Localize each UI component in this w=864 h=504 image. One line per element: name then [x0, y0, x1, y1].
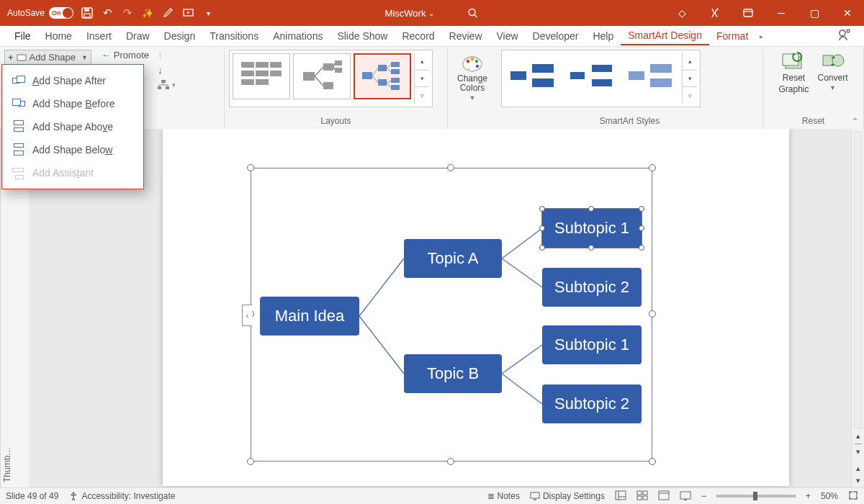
scroll-up-icon[interactable]: ▴ — [856, 431, 860, 441]
smartart-frame[interactable]: ‹ Main Idea Topic A Topic B — [251, 168, 652, 462]
scroll-up-icon[interactable]: ▴ — [415, 53, 429, 71]
menu-add-shape-below[interactable]: Add Shape Below — [2, 138, 143, 161]
layout-thumb-1[interactable] — [233, 53, 290, 99]
style-thumb-1[interactable] — [505, 53, 561, 99]
layout-gallery[interactable]: ▴ ▾ ▿ — [229, 50, 433, 107]
coming-soon-icon[interactable] — [698, 0, 732, 26]
autosave-toggle[interactable]: AutoSave On — [7, 7, 73, 19]
magic-icon[interactable]: ✨ — [141, 6, 154, 19]
style-gallery[interactable]: ▴ ▾ ▿ — [501, 50, 701, 107]
node-handle[interactable] — [639, 225, 644, 231]
node-handle[interactable] — [588, 206, 594, 212]
fit-to-window-icon[interactable] — [848, 490, 858, 503]
view-reading-icon[interactable] — [658, 490, 670, 503]
slide-counter[interactable]: Slide 49 of 49 — [6, 491, 58, 501]
minimize-icon[interactable]: ─ — [765, 0, 798, 26]
close-icon[interactable]: ✕ — [831, 0, 864, 26]
node-handle[interactable] — [539, 206, 545, 212]
tab-animations[interactable]: Animations — [266, 27, 330, 45]
node-handle[interactable] — [539, 245, 545, 251]
tab-review[interactable]: Review — [442, 27, 490, 45]
node-subtopic-1a[interactable]: Subtopic 1 — [542, 209, 642, 248]
eyedropper-icon[interactable] — [161, 6, 174, 19]
save-icon[interactable] — [81, 6, 94, 19]
layout-thumb-3[interactable] — [354, 53, 411, 99]
view-normal-icon[interactable] — [615, 490, 626, 503]
zoom-level[interactable]: 50% — [821, 491, 838, 501]
text-pane-toggle[interactable]: ‹ — [242, 305, 252, 326]
node-topic-b[interactable]: Topic B — [404, 354, 502, 393]
maximize-icon[interactable]: ▢ — [798, 0, 831, 26]
add-shape-button[interactable]: + Add Shape ▼ — [4, 50, 91, 65]
view-sorter-icon[interactable] — [636, 490, 648, 503]
tab-developer[interactable]: Developer — [526, 27, 586, 45]
tab-help[interactable]: Help — [585, 27, 621, 45]
layout-thumb-2[interactable] — [293, 53, 351, 99]
tab-view[interactable]: View — [490, 27, 526, 45]
node-handle[interactable] — [639, 206, 644, 212]
style-gallery-scroll[interactable]: ▴ ▾ ▿ — [682, 53, 697, 104]
menu-add-shape-before[interactable]: Add Shape Before — [2, 92, 143, 115]
next-slide-icon[interactable]: ▾ — [856, 476, 860, 485]
style-thumb-3[interactable] — [623, 53, 679, 99]
zoom-slider-thumb[interactable] — [753, 492, 757, 500]
scroll-up-icon[interactable]: ▴ — [683, 53, 697, 71]
node-handle[interactable] — [539, 225, 545, 231]
node-main-idea[interactable]: Main Idea — [260, 297, 359, 336]
node-subtopic-1b[interactable]: Subtopic 1 — [542, 325, 642, 364]
qat-overflow-icon[interactable]: ▾ — [202, 6, 215, 19]
scroll-down-icon[interactable]: ▾ — [683, 71, 697, 88]
tab-draw[interactable]: Draw — [119, 27, 157, 45]
layout-gallery-scroll[interactable]: ▴ ▾ ▿ — [414, 53, 429, 104]
zoom-in-button[interactable]: + — [806, 491, 811, 501]
ribbon-collapse-icon[interactable]: ⌃ — [852, 117, 858, 126]
tab-home[interactable]: Home — [38, 27, 79, 45]
move-down-button[interactable]: ↓ — [158, 65, 176, 76]
present-icon[interactable] — [181, 6, 194, 19]
tab-design[interactable]: Design — [157, 27, 203, 45]
tab-insert[interactable]: Insert — [79, 27, 119, 45]
display-settings-button[interactable]: Display Settings — [530, 491, 605, 501]
prev-slide-icon[interactable]: ▴ — [856, 464, 860, 473]
notes-button[interactable]: ≣ Notes — [487, 491, 520, 501]
vertical-scrollbar[interactable]: ▴ ▾ ▴ ▾ — [851, 129, 864, 488]
slide-canvas[interactable]: ⟳ ‹ — [29, 129, 851, 488]
style-thumb-2[interactable] — [564, 53, 620, 99]
node-subtopic-2b[interactable]: Subtopic 2 — [542, 384, 642, 423]
menu-add-shape-above[interactable]: Add Shape Above — [2, 115, 143, 138]
tab-file[interactable]: File — [7, 27, 38, 45]
scroll-down-icon[interactable]: ▾ — [415, 71, 429, 88]
node-handle[interactable] — [588, 245, 594, 251]
scroll-down-icon[interactable]: ▾ — [856, 447, 860, 456]
tab-scroll-icon[interactable]: ▸ — [760, 32, 763, 40]
accessibility-status[interactable]: Accessibility: Investigate — [68, 491, 175, 501]
view-slideshow-icon[interactable] — [680, 490, 691, 503]
share-icon[interactable] — [837, 27, 851, 45]
scroll-expand-icon[interactable]: ▿ — [415, 87, 429, 104]
redo-icon[interactable]: ↷ — [121, 6, 134, 19]
zoom-slider[interactable] — [716, 495, 796, 498]
node-subtopic-2a[interactable]: Subtopic 2 — [542, 268, 642, 307]
tab-smartart-design[interactable]: SmartArt Design — [621, 27, 709, 45]
convert-button[interactable]: Convert ▼ — [818, 51, 848, 94]
move-up-button[interactable]: ↑ — [158, 50, 176, 60]
document-title[interactable]: MiscWork ⌄ — [385, 6, 480, 19]
reset-graphic-button[interactable]: Reset Graphic — [778, 51, 809, 94]
diamond-icon[interactable]: ◇ — [665, 0, 698, 26]
search-icon[interactable] — [466, 6, 479, 19]
promote-button[interactable]: ← Promote — [102, 50, 149, 60]
tab-format[interactable]: Format — [709, 27, 755, 45]
tab-slideshow[interactable]: Slide Show — [330, 27, 395, 45]
menu-add-shape-after[interactable]: Add Shape After — [2, 69, 143, 92]
node-topic-a[interactable]: Topic A — [404, 239, 502, 278]
change-colors-button[interactable]: Change Colors ▼ — [452, 51, 492, 102]
undo-icon[interactable]: ↶ — [101, 6, 114, 19]
layout-button[interactable]: ▾ — [158, 80, 176, 90]
tab-transitions[interactable]: Transitions — [202, 27, 266, 45]
scroll-track[interactable] — [854, 132, 862, 428]
tab-record[interactable]: Record — [395, 27, 441, 45]
node-handle[interactable] — [639, 245, 644, 251]
scroll-expand-icon[interactable]: ▿ — [683, 87, 697, 104]
ribbon-mode-icon[interactable] — [732, 0, 765, 26]
autosave-switch-icon[interactable]: On — [49, 7, 73, 19]
